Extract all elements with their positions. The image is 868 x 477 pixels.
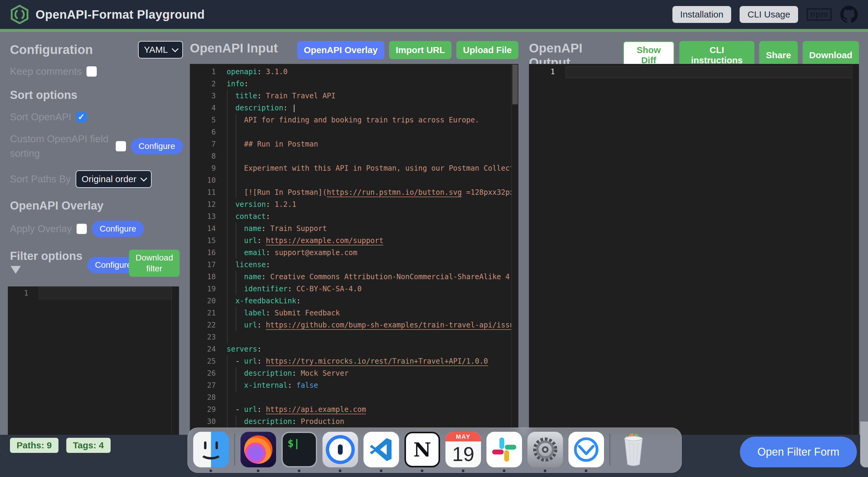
filter-editor-line-number: 1 <box>8 287 28 299</box>
mail-icon <box>568 432 604 467</box>
dock-settings[interactable] <box>527 432 563 472</box>
code-line: 30 description: Production <box>190 416 518 427</box>
trash-icon <box>616 432 651 467</box>
openapi-overlay-button[interactable]: OpenAPI Overlay <box>297 41 384 59</box>
notion-icon: N <box>404 432 440 467</box>
code-line: 11 [![Run In Postman](https://run.pstmn.… <box>190 186 518 199</box>
settings-gear-icon <box>527 432 563 467</box>
output-editor-line-number: 1 <box>529 66 555 78</box>
input-editor-scrollbar-thumb[interactable] <box>513 64 518 104</box>
keep-comments-checkbox[interactable] <box>87 66 97 77</box>
dock-separator <box>234 434 235 466</box>
code-line: 6 <box>190 126 518 138</box>
dock-calendar[interactable]: MAY 19 <box>445 432 481 472</box>
tags-count-badge: Tags: 4 <box>66 438 111 453</box>
collapse-triangle-icon[interactable] <box>10 266 21 274</box>
dock-separator <box>610 434 610 466</box>
sort-paths-select[interactable]: Original order <box>76 170 152 188</box>
code-line: 14 name: Train Support <box>190 222 518 235</box>
macos-dock: $| N MAY 19 <box>187 427 682 473</box>
code-line: 15 url: https://example.com/support <box>190 235 518 247</box>
header-accent-rule <box>0 29 868 32</box>
code-line: 2info: <box>190 78 518 90</box>
code-line: 24servers: <box>190 343 518 355</box>
dock-trash[interactable] <box>616 432 651 472</box>
paths-count-badge: Paths: 9 <box>10 438 59 453</box>
code-line: 22 url: https://github.com/bump-sh-examp… <box>190 319 518 331</box>
code-line: 26 description: Mock Server <box>190 367 518 379</box>
input-title: OpenAPI Input <box>190 41 278 56</box>
dock-terminal[interactable]: $| <box>281 432 317 472</box>
import-url-button[interactable]: Import URL <box>389 41 452 59</box>
dock-mail[interactable] <box>568 432 604 472</box>
code-line: 28 <box>190 391 518 404</box>
vscode-icon <box>364 432 399 467</box>
code-line: 9 Experiment with this API in Postman, u… <box>190 162 518 174</box>
custom-sort-label: Custom OpenAPI field sorting <box>10 132 111 161</box>
code-line: 13 contact: <box>190 210 518 222</box>
finder-icon <box>193 432 229 467</box>
custom-sort-configure-button[interactable]: Configure <box>131 138 183 154</box>
sort-paths-by-label: Sort Paths By <box>10 173 71 185</box>
installation-button[interactable]: Installation <box>673 6 731 23</box>
sidebar: Configuration YAML Keep comments Sort op… <box>10 41 183 456</box>
code-line: 16 email: support@example.com <box>190 247 518 259</box>
code-line: 25 - url: https://try.microcks.io/rest/T… <box>190 355 518 367</box>
calendar-icon: MAY 19 <box>445 432 481 467</box>
sort-openapi-label: Sort OpenAPI <box>10 111 71 123</box>
code-line: 1openapi: 3.1.0 <box>190 66 518 78</box>
terminal-icon: $| <box>281 432 317 467</box>
input-editor-scrollbar[interactable] <box>512 64 518 453</box>
upload-file-button[interactable]: Upload File <box>456 41 518 59</box>
output-editor[interactable]: 1 <box>529 64 859 453</box>
code-line: 10 <box>190 174 518 186</box>
output-column: OpenAPI Output Show Diff CLI instruction… <box>529 41 859 453</box>
sort-options-title: Sort options <box>10 89 183 101</box>
github-icon[interactable] <box>840 6 858 23</box>
chevron-down-icon <box>172 45 179 52</box>
open-filter-form-button[interactable]: Open Filter Form <box>740 437 857 467</box>
code-line: 19 identifier: CC-BY-NC-SA-4.0 <box>190 283 518 295</box>
code-line: 8 <box>190 150 518 162</box>
filter-editor[interactable]: 1 <box>8 287 179 456</box>
overlay-title: OpenAPI Overlay <box>10 199 183 212</box>
code-line: 21 label: Submit Feedback <box>190 307 518 319</box>
page-title: OpenAPI-Format Playground <box>36 8 205 22</box>
code-line: 23 <box>190 331 518 343</box>
dock-vscode[interactable] <box>364 432 399 472</box>
dock-1password[interactable] <box>322 432 358 472</box>
openapi-format-logo-icon <box>10 5 29 24</box>
code-line: 18 name: Creative Commons Attribution-No… <box>190 271 518 283</box>
1password-icon <box>322 432 358 467</box>
dock-notion[interactable]: N <box>404 432 440 472</box>
format-select[interactable]: YAML <box>138 41 183 59</box>
code-line: 17 license: <box>190 259 518 271</box>
header-actions: Installation CLI Usage npm <box>673 6 858 23</box>
custom-sort-checkbox[interactable] <box>116 141 126 151</box>
code-line: 27 x-internal: false <box>190 379 518 391</box>
code-line: 5 API for finding and booking train trip… <box>190 114 518 126</box>
sort-openapi-checkbox[interactable] <box>76 112 87 122</box>
app-window: OpenAPI-Format Playground Installation C… <box>0 0 868 456</box>
chevron-down-icon <box>140 175 147 181</box>
dock-firefox[interactable] <box>241 432 276 472</box>
code-line: 12 version: 1.2.1 <box>190 199 518 210</box>
input-column: OpenAPI Input OpenAPI Overlay Import URL… <box>190 41 518 453</box>
desktop-edge <box>860 421 868 467</box>
filter-editor-scrollbar[interactable] <box>172 287 179 456</box>
app-header: OpenAPI-Format Playground Installation C… <box>0 0 868 29</box>
apply-overlay-label: Apply Overlay <box>10 223 72 235</box>
output-editor-scrollbar[interactable] <box>852 64 859 453</box>
download-filter-button[interactable]: Download filter <box>129 250 180 277</box>
dock-slack[interactable] <box>487 432 522 472</box>
input-editor[interactable]: 1openapi: 3.1.02info:3 title: Train Trav… <box>190 64 518 453</box>
calendar-day: 19 <box>445 441 481 467</box>
slack-icon <box>487 432 522 467</box>
apply-overlay-configure-button[interactable]: Configure <box>92 221 144 237</box>
code-line: 3 title: Train Travel API <box>190 90 518 102</box>
cli-usage-button[interactable]: CLI Usage <box>740 6 798 23</box>
apply-overlay-checkbox[interactable] <box>76 224 87 234</box>
keep-comments-label: Keep comments <box>10 66 82 77</box>
dock-finder[interactable] <box>193 432 229 472</box>
npm-icon[interactable]: npm <box>807 8 832 21</box>
